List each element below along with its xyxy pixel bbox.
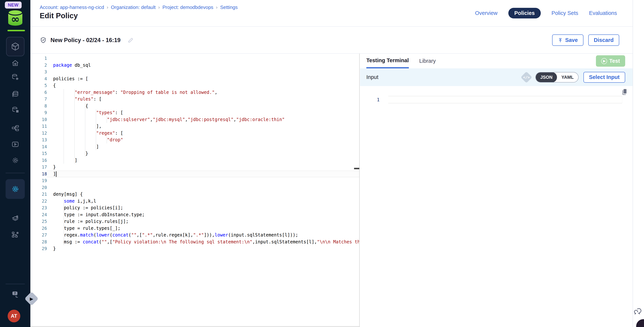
code-line[interactable]: 20: [30, 184, 359, 191]
code-line[interactable]: 19: [30, 177, 359, 184]
code-line[interactable]: 29}: [30, 245, 359, 252]
copy-button[interactable]: [622, 88, 628, 96]
line-content: deny[msg] {: [47, 191, 359, 198]
code-line[interactable]: 2package db_sql: [30, 62, 359, 69]
breadcrumb-item[interactable]: Organization: default: [111, 4, 156, 10]
code-line[interactable]: 23policy := policies[i];: [30, 204, 359, 211]
code-line[interactable]: 26type = rule.types[_];: [30, 225, 359, 232]
tab-evaluations[interactable]: Evaluations: [589, 8, 617, 18]
horizontal-scrollbar[interactable]: [30, 326, 359, 327]
code-line[interactable]: 28msg := concat("",["Policy violation:\n…: [30, 239, 359, 245]
sidebar-item-home[interactable]: [0, 59, 30, 67]
new-badge: NEW: [5, 1, 22, 8]
terminal-tabs: Testing TerminalLibrary: [360, 54, 633, 68]
code-line[interactable]: 22some i,j,k,l: [30, 198, 359, 205]
breadcrumb-item[interactable]: Project: demodbdevops: [162, 4, 213, 10]
line-number: 2: [30, 62, 47, 69]
code-line[interactable]: 6"error_message": "Dropping of table is …: [30, 89, 359, 96]
tab-policies[interactable]: Policies: [508, 8, 541, 18]
code-line[interactable]: 27regex.match(lower(concat("",[".*",rule…: [30, 232, 359, 239]
save-button[interactable]: Save: [552, 34, 584, 46]
home-icon: [11, 59, 19, 67]
sidebar-item-database-settings[interactable]: [0, 73, 30, 81]
code-line[interactable]: 18]: [30, 171, 359, 177]
code-line[interactable]: 3: [30, 68, 359, 75]
code-line[interactable]: 25rule := policy.rules[j];: [30, 218, 359, 225]
sidebar-collapse-handle[interactable]: ▶: [26, 294, 38, 305]
code-line[interactable]: 24type := input.dbInstance.type;: [30, 211, 359, 218]
format-option-yaml[interactable]: YAML: [557, 72, 578, 82]
input-active-line[interactable]: [388, 96, 622, 103]
line-content: }: [47, 164, 359, 171]
line-number: 16: [30, 157, 47, 164]
code-line[interactable]: 14]: [30, 143, 359, 150]
line-number: 22: [30, 198, 47, 205]
indent-guides: [53, 103, 85, 109]
support-chat-button[interactable]: [633, 307, 643, 317]
terminal-tab-library[interactable]: Library: [419, 54, 436, 68]
avatar[interactable]: AT: [8, 310, 20, 322]
sidebar-item-settings-active[interactable]: [6, 179, 25, 199]
format-option-json[interactable]: JSON: [536, 72, 557, 82]
code-line[interactable]: 17}: [30, 164, 359, 171]
breadcrumb-item[interactable]: Settings: [220, 4, 238, 10]
sidebar-divider: [6, 173, 25, 173]
line-number: 3: [30, 68, 47, 75]
code-line[interactable]: 9"types": [: [30, 109, 359, 116]
code-line[interactable]: 13"drop": [30, 136, 359, 143]
sidebar-item-pipelines[interactable]: [0, 124, 30, 132]
testing-terminal-panel: Testing TerminalLibrary ▶ Test Input </>…: [360, 54, 633, 327]
sidebar-item-configuration[interactable]: [0, 156, 30, 164]
line-content: "types": [: [47, 109, 359, 116]
line-number: 4: [30, 75, 47, 82]
test-button[interactable]: ▶ Test: [596, 55, 625, 67]
sidebar-item-database-instances[interactable]: [0, 106, 30, 114]
code-line[interactable]: 5{: [30, 82, 359, 89]
database-grid-icon: [11, 106, 19, 114]
indent-guides: [53, 96, 75, 103]
breadcrumb-separator: ›: [158, 4, 160, 10]
policy-code-editor[interactable]: 12package db_sql34policies := [5{6"error…: [30, 54, 360, 327]
tab-overview[interactable]: Overview: [475, 8, 498, 18]
discard-button[interactable]: Discard: [588, 34, 619, 46]
sidebar-item-module[interactable]: [6, 37, 24, 56]
line-content: package db_sql: [47, 62, 359, 69]
code-line[interactable]: 11],: [30, 123, 359, 130]
line-content: [47, 55, 359, 62]
indent-guides: [53, 232, 64, 239]
database-gear-icon: [11, 73, 19, 81]
select-input-button[interactable]: Select Input: [584, 72, 625, 83]
line-content: ]: [47, 171, 359, 177]
corner-widget: [636, 319, 644, 327]
svg-text:∞: ∞: [11, 13, 20, 25]
shield-check-icon: [40, 37, 47, 44]
sidebar-item-governance[interactable]: [0, 231, 30, 239]
code-line[interactable]: 16]: [30, 157, 359, 164]
line-content: policies := [: [47, 75, 359, 82]
code-line[interactable]: 1: [30, 55, 359, 62]
line-content: ]: [47, 157, 359, 164]
sidebar-item-databases[interactable]: [0, 90, 30, 98]
code-line[interactable]: 8{: [30, 103, 359, 109]
indent-guides: [53, 109, 96, 116]
input-header: Input </> JSONYAML Select Input: [360, 68, 633, 86]
line-number: 12: [30, 130, 47, 137]
code-line[interactable]: 4policies := [: [30, 75, 359, 82]
line-number: 25: [30, 218, 47, 225]
code-line[interactable]: 12"regex": [: [30, 130, 359, 137]
breadcrumb-item[interactable]: Account: app-harness-ng-cicd: [40, 4, 104, 10]
code-line[interactable]: 10"jdbc:sqlserver","jdbc:mysql","jdbc:po…: [30, 116, 359, 123]
code-line[interactable]: 21deny[msg] {: [30, 191, 359, 198]
input-line-number: 1: [360, 97, 380, 102]
line-content: "error_message": "Dropping of table is n…: [47, 89, 359, 96]
policy-toolbar: New Policy - 02/24 - 16:19 Save Discard: [30, 27, 633, 54]
terminal-tab-testing-terminal[interactable]: Testing Terminal: [366, 54, 409, 68]
line-number: 15: [30, 150, 47, 157]
indent-guides: [53, 143, 96, 150]
sidebar-item-policies-module[interactable]: [0, 215, 30, 223]
code-line[interactable]: 7"rules": [: [30, 96, 359, 103]
code-line[interactable]: 15}: [30, 150, 359, 157]
sidebar-item-executions[interactable]: [0, 140, 30, 148]
tab-policy-sets[interactable]: Policy Sets: [552, 8, 578, 18]
edit-pencil-icon[interactable]: [128, 37, 134, 43]
